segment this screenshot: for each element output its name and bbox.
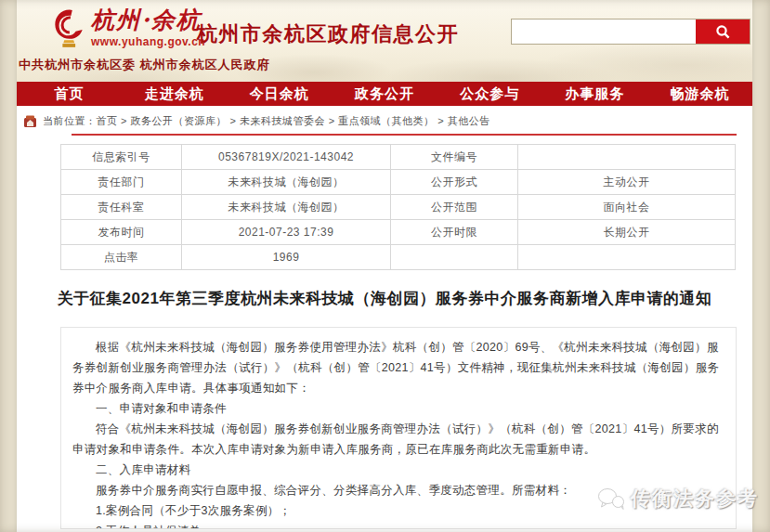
site-logo[interactable]: 杭州·余杭 www.yuhang.gov.cn [52, 6, 205, 50]
document-info-table: 信息索引号 05367819X/2021-143042 文件编号 责任部门 未来… [60, 144, 736, 270]
yuhang-emblem-icon [52, 6, 85, 50]
search-input[interactable] [512, 19, 696, 44]
info-label: 文件编号 [391, 145, 518, 170]
info-label: 责任部门 [61, 170, 182, 195]
breadcrumb-prefix: 当前位置： [43, 114, 97, 128]
red-divider [72, 134, 737, 136]
nav-item-about-yuhang[interactable]: 走进余杭 [122, 82, 227, 106]
search-bar [511, 19, 750, 45]
info-label: 公开形式 [391, 170, 518, 195]
table-row: 责任部门 未来科技城（海创园） 公开形式 主动公开 [61, 170, 736, 195]
info-label: 公开时限 [391, 220, 518, 245]
breadcrumb-path[interactable]: 首页 > 政务公开（资源库） > 未来科技城管委会 > 重点领域（其他类） > … [97, 114, 490, 128]
article-title: 关于征集2021年第三季度杭州未来科技城（海创园）服务券中介服务商新增入库申请的… [45, 287, 724, 311]
nav-item-public-participation[interactable]: 公众参与 [437, 82, 542, 106]
info-value: 05367819X/2021-143042 [182, 145, 391, 170]
info-label: 信息索引号 [61, 145, 182, 170]
site-name: 杭州·余杭 [91, 6, 205, 34]
nav-item-today-yuhang[interactable]: 今日余杭 [227, 82, 332, 106]
info-label: 责任科室 [61, 195, 182, 220]
table-row: 责任科室 未来科技城（海创园） 公开范围 面向社会 [61, 195, 736, 220]
info-value: 面向社会 [518, 195, 736, 220]
location-icon [23, 115, 37, 128]
nav-item-gov-affairs[interactable]: 政务公开 [332, 82, 437, 106]
content-area: 杭州·余杭 www.yuhang.gov.cn 杭州市余杭区政府信息公开 中共杭… [17, 0, 752, 532]
search-button[interactable] [696, 19, 750, 44]
article-paragraph: 服务券中介服务商实行自愿申报、综合评分、分类择高分入库、季度动态管理。所需材料： [72, 480, 724, 500]
breadcrumb: 当前位置： 首页 > 政务公开（资源库） > 未来科技城管委会 > 重点领域（其… [17, 106, 752, 134]
info-label: 点击率 [61, 245, 182, 270]
nav-item-home[interactable]: 首页 [17, 82, 122, 106]
masthead-subtitle: 中共杭州市余杭区委 杭州市余杭区人民政府 [19, 57, 270, 73]
info-value: 2021-07-23 17:39 [182, 220, 391, 245]
nav-item-travel-yuhang[interactable]: 畅游余杭 [647, 82, 752, 106]
info-value: 主动公开 [518, 170, 736, 195]
info-value: 长期公开 [518, 220, 736, 245]
info-value: 未来科技城（海创园） [182, 195, 391, 220]
info-value [518, 245, 736, 270]
nav-item-services[interactable]: 办事服务 [542, 82, 647, 106]
article-paragraph: 根据《杭州未来科技城（海创园）服务券使用管理办法》杭科（创）管〔2020〕69号… [72, 337, 724, 398]
logo-text: 杭州·余杭 www.yuhang.gov.cn [91, 6, 205, 48]
table-row: 发布时间 2021-07-23 17:39 公开时限 长期公开 [61, 220, 736, 245]
site-url: www.yuhang.gov.cn [91, 35, 205, 48]
info-label: 发布时间 [61, 220, 182, 245]
article-body: 根据《杭州未来科技城（海创园）服务券使用管理办法》杭科（创）管〔2020〕69号… [60, 327, 737, 529]
page: 杭州·余杭 www.yuhang.gov.cn 杭州市余杭区政府信息公开 中共杭… [0, 0, 770, 532]
table-row: 点击率 1969 [61, 245, 736, 270]
article-paragraph: 一、申请对象和申请条件 [72, 398, 724, 419]
article-paragraph: 2.工作人员社保清单； [72, 521, 724, 529]
article-paragraph: 二、入库申请材料 [72, 460, 724, 480]
page-title: 杭州市余杭区政府信息公开 [197, 20, 459, 48]
info-label: 公开范围 [391, 195, 518, 220]
table-row: 信息索引号 05367819X/2021-143042 文件编号 [61, 145, 736, 170]
info-label [391, 245, 518, 270]
main-nav: 首页 走进余杭 今日余杭 政务公开 公众参与 办事服务 畅游余杭 [17, 82, 752, 106]
article-paragraph: 符合《杭州未来科技城（海创园）服务券创新创业服务商管理办法（试行）》（杭科（创）… [72, 419, 724, 460]
info-value: 未来科技城（海创园） [182, 170, 391, 195]
search-icon [715, 24, 731, 40]
info-value: 1969 [182, 245, 391, 270]
info-value [518, 145, 736, 170]
article-paragraph: 1.案例合同（不少于3次服务案例）； [72, 500, 724, 521]
masthead: 杭州·余杭 www.yuhang.gov.cn 杭州市余杭区政府信息公开 中共杭… [17, 0, 752, 82]
